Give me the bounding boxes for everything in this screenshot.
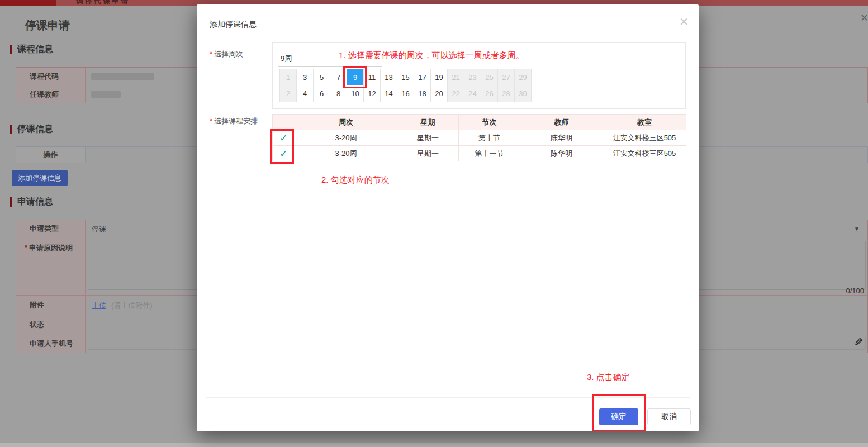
row-checkbox[interactable]: ✓ (273, 146, 295, 161)
chevron-down-icon[interactable]: ▼ (854, 226, 860, 232)
dialog-title: 添加停课信息 (210, 20, 257, 30)
schedule-header-row: 周次星期节次教师教室 (273, 115, 686, 130)
week-cell-3[interactable]: 3 (297, 69, 314, 86)
redacted-course-code (91, 73, 154, 80)
schedule-cell: 陈华明 (520, 146, 603, 161)
page-title: 停课申请 (25, 18, 70, 33)
week-cell-29: 29 (515, 69, 532, 86)
schedule-cell: 江安文科楼三区505 (603, 146, 686, 161)
check-icon: ✓ (279, 148, 288, 159)
week-cell-12[interactable]: 12 (364, 85, 381, 102)
close-icon[interactable]: ✕ (679, 15, 689, 28)
schedule-col-header: 节次 (459, 115, 520, 130)
footer-divider (206, 397, 690, 398)
status-label: 状态 (16, 315, 86, 334)
week-grid-row-even: 24681012141618202224262830 (279, 85, 532, 102)
screen: 调停代课申请 ✕ 停课申请 课程信息 课程代码 任课教师 停课信息 操作 添加停… (0, 0, 868, 447)
schedule-cell: 星期一 (397, 146, 459, 161)
upload-hint: (请上传附件) (111, 301, 153, 311)
schedule-col-header: 教室 (603, 115, 686, 130)
course-code-label: 课程代码 (16, 68, 86, 85)
row-checkbox[interactable]: ✓ (273, 130, 295, 146)
course-teacher-label: 任课教师 (16, 85, 86, 103)
section-bar (10, 197, 12, 207)
week-cell-19[interactable]: 19 (431, 69, 448, 86)
week-cell-7[interactable]: 7 (330, 69, 347, 86)
week-cell-14[interactable]: 14 (381, 85, 397, 102)
schedule-col-header: 星期 (397, 115, 459, 130)
schedule-cell: 星期一 (397, 130, 459, 146)
edit-pencil-icon[interactable]: ✎ (854, 336, 863, 349)
week-cell-1: 1 (280, 69, 297, 86)
week-cell-9[interactable]: 9 (347, 69, 364, 86)
apply-type-value: 停课 (92, 220, 106, 237)
schedule-table: 周次星期节次教师教室 ✓3-20周星期一第十节陈华明江安文科楼三区505✓3-2… (272, 114, 686, 161)
week-cell-16[interactable]: 16 (397, 85, 414, 102)
week-cell-11[interactable]: 11 (364, 69, 381, 86)
week-cell-21: 21 (448, 69, 464, 86)
apply-reason-label: * 申请原因说明 (16, 237, 86, 295)
confirm-button[interactable]: 确定 (599, 408, 638, 425)
week-cell-26: 26 (481, 85, 498, 102)
check-icon: ✓ (279, 132, 288, 144)
week-cell-22: 22 (448, 85, 464, 102)
active-tab-stub[interactable] (0, 0, 56, 6)
annotation-step2: 2. 勾选对应的节次 (321, 175, 390, 186)
week-cell-5[interactable]: 5 (314, 69, 330, 86)
section-apply-info: 申请信息 (10, 196, 53, 208)
schedule-cell: 江安文科楼三区505 (603, 130, 686, 146)
schedule-cell: 3-20周 (295, 146, 397, 161)
horizontal-scrollbar[interactable] (0, 443, 868, 447)
week-grid-row-odd: 1357911131517192123252729 (279, 69, 532, 86)
add-suspend-info-button[interactable]: 添加停课信息 (12, 170, 68, 186)
week-cell-8[interactable]: 8 (330, 85, 347, 102)
schedule-col-header: 周次 (295, 115, 397, 130)
check-column-header (273, 115, 295, 130)
section-suspend-info: 停课信息 (10, 123, 53, 135)
week-cell-27: 27 (498, 69, 515, 86)
schedule-select-label: *选择课程安排 (210, 116, 258, 126)
section-course-info: 课程信息 (10, 44, 53, 55)
week-cell-10[interactable]: 10 (347, 85, 364, 102)
week-cell-25: 25 (481, 69, 498, 86)
schedule-cell: 第十节 (459, 130, 520, 146)
week-cell-28: 28 (498, 85, 515, 102)
week-cell-20[interactable]: 20 (431, 85, 448, 102)
week-cell-24: 24 (464, 85, 481, 102)
week-cell-4[interactable]: 4 (297, 85, 314, 102)
section-apply-label: 申请信息 (17, 196, 53, 208)
week-cell-6[interactable]: 6 (314, 85, 330, 102)
week-select-panel: 9周 1. 选择需要停课的周次，可以选择一周或者多周。 135791113151… (272, 42, 686, 109)
apply-type-label: 申请类型 (16, 220, 86, 237)
add-suspend-dialog: 添加停课信息 ✕ *选择周次 9周 1. 选择需要停课的周次，可以选择一周或者多… (197, 4, 699, 431)
tab-label[interactable]: 调停代课申请 (76, 0, 130, 6)
phone-label: 申请人手机号 (16, 334, 86, 353)
schedule-col-header: 教师 (520, 115, 603, 130)
week-cell-30: 30 (515, 85, 532, 102)
week-cell-15[interactable]: 15 (397, 69, 414, 86)
schedule-cell: 第十一节 (459, 146, 520, 161)
week-cell-18[interactable]: 18 (414, 85, 431, 102)
upload-link[interactable]: 上传 (92, 301, 106, 311)
schedule-row: ✓3-20周星期一第十节陈华明江安文科楼三区505 (273, 130, 686, 146)
page-close-icon[interactable]: ✕ (860, 12, 868, 24)
attachment-label: 附件 (16, 296, 86, 315)
operation-header: 操作 (16, 147, 86, 163)
section-bar (10, 125, 12, 134)
week-select-label: *选择周次 (210, 49, 243, 59)
char-counter: 0/100 (846, 287, 864, 295)
section-bar (10, 45, 12, 54)
annotation-step1: 1. 选择需要停课的周次，可以选择一周或者多周。 (339, 50, 524, 61)
section-suspend-label: 停课信息 (17, 123, 53, 135)
redacted-teacher (91, 91, 121, 98)
schedule-cell: 陈华明 (520, 130, 603, 146)
cancel-button[interactable]: 取消 (647, 408, 691, 425)
week-cell-23: 23 (464, 69, 481, 86)
schedule-cell: 3-20周 (295, 130, 397, 146)
section-course-label: 课程信息 (17, 44, 53, 55)
schedule-row: ✓3-20周星期一第十一节陈华明江安文科楼三区505 (273, 146, 686, 161)
annotation-step3: 3. 点击确定 (587, 372, 630, 383)
week-cell-13[interactable]: 13 (381, 69, 397, 86)
week-cell-17[interactable]: 17 (414, 69, 431, 86)
week-cell-2: 2 (280, 85, 297, 102)
